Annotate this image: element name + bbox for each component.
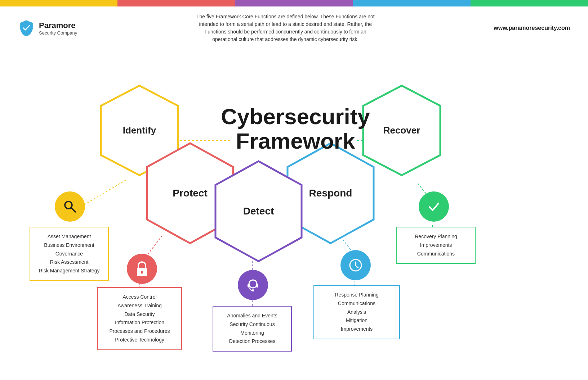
recover-item-1: Recovery Planning — [404, 232, 468, 241]
svg-rect-21 — [142, 272, 143, 274]
identify-info-box: Asset Management Business Environment Go… — [30, 227, 109, 281]
diagram-area: Cybersecurity Framework Identify Protect… — [0, 47, 588, 360]
svg-rect-23 — [248, 284, 250, 288]
detect-icon-circle — [238, 270, 268, 300]
header-description: The five Framework Core Functions are de… — [195, 13, 375, 43]
detect-hexagon: Detect — [213, 158, 304, 264]
respond-info-box: Response Planning Communications Analysi… — [313, 285, 400, 339]
detect-item-3: Detection Processes — [220, 337, 284, 346]
identify-item-4: Risk Assessment — [37, 258, 101, 267]
protect-label: Protect — [173, 187, 207, 199]
svg-line-28 — [356, 266, 358, 268]
protect-icon-circle — [127, 254, 157, 284]
detect-label: Detect — [243, 205, 274, 217]
check-icon — [426, 199, 441, 214]
magnify-icon — [62, 199, 77, 214]
bar-purple — [235, 0, 353, 6]
protect-item-1: Access Control — [105, 293, 174, 302]
detect-item-2: Security Continuous Monitoring — [220, 320, 284, 338]
recover-item-2: Improvements — [404, 241, 468, 250]
identify-item-5: Risk Management Strategy — [37, 267, 101, 275]
shield-icon — [18, 20, 35, 36]
recover-info-box: Recovery Planning Improvements Communica… — [396, 227, 476, 264]
bar-yellow — [0, 0, 117, 6]
main-title: Cybersecurity Framework — [195, 104, 396, 153]
protect-item-3: Data Security — [105, 310, 174, 319]
svg-point-22 — [249, 280, 257, 288]
lock-icon — [135, 261, 149, 277]
respond-item-2: Communications — [321, 299, 392, 308]
respond-item-5: Improvements — [321, 325, 392, 334]
logo-area: Paramore Security Company — [18, 20, 77, 36]
identify-icon-circle — [55, 191, 85, 222]
protect-item-6: Protective Technology — [105, 336, 174, 344]
headset-icon — [245, 277, 260, 293]
svg-rect-24 — [256, 284, 258, 288]
identify-item-1: Asset Management — [37, 232, 101, 241]
company-subtitle: Security Company — [39, 30, 77, 36]
svg-point-25 — [252, 289, 254, 291]
protect-item-4: Information Protection — [105, 318, 174, 327]
detect-info-box: Anomalies and Events Security Continuous… — [213, 306, 292, 352]
protect-item-5: Processes and Procedures — [105, 327, 174, 336]
svg-line-2 — [84, 180, 126, 205]
recover-item-3: Communications — [404, 250, 468, 258]
header-url: www.paramoresecurity.com — [494, 25, 570, 31]
respond-item-4: Mitigation — [321, 316, 392, 325]
svg-line-18 — [71, 208, 75, 212]
respond-label: Respond — [309, 187, 352, 199]
svg-point-29 — [355, 264, 356, 266]
protect-info-box: Access Control Awareness Training Data S… — [97, 287, 182, 350]
company-name: Paramore — [39, 21, 77, 30]
respond-item-1: Response Planning — [321, 291, 392, 299]
top-color-bar — [0, 0, 588, 6]
identify-item-3: Governance — [37, 250, 101, 258]
detect-item-1: Anomalies and Events — [220, 312, 284, 320]
protect-item-2: Awareness Training — [105, 302, 174, 310]
bar-blue — [353, 0, 470, 6]
bar-red — [117, 0, 235, 6]
header: Paramore Security Company The five Frame… — [0, 6, 588, 47]
clock-icon — [348, 258, 363, 273]
recover-icon-circle — [419, 191, 449, 222]
bar-green — [471, 0, 588, 6]
respond-icon-circle — [340, 250, 371, 280]
identify-label: Identify — [123, 125, 156, 136]
identify-item-2: Business Environment — [37, 241, 101, 250]
logo-text: Paramore Security Company — [39, 21, 77, 36]
respond-item-3: Analysis — [321, 308, 392, 317]
